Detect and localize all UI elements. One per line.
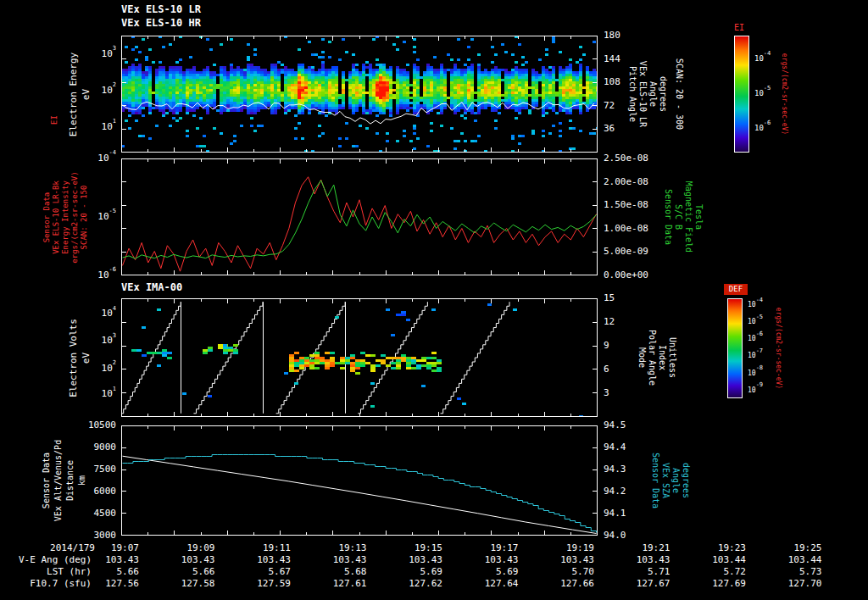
distance-tick-label: 9000 bbox=[81, 442, 116, 453]
pitch-angle-tick-label: 180 bbox=[604, 31, 620, 41]
exponent: -6 bbox=[109, 266, 116, 273]
bfield-tick-label: 0.00e+00 bbox=[604, 270, 648, 281]
distance-axis-label-line: Distance bbox=[65, 417, 75, 544]
exponent: -4 bbox=[764, 50, 771, 57]
distance-tick-label: 3000 bbox=[81, 531, 116, 541]
ancillary-value: 5.69 bbox=[466, 567, 519, 577]
distance-axis-label-line: VEx Alt/Venus/Pd bbox=[53, 417, 64, 544]
ancillary-value: 103.43 bbox=[238, 555, 291, 565]
pitch-angle-axis-label-line: Angle bbox=[648, 31, 658, 158]
def-colorbar-units-label: ergs/(cm2-sr-sec-eV) bbox=[774, 285, 782, 412]
time-tick-label: 19:17 bbox=[466, 543, 519, 553]
ancillary-value: 5.69 bbox=[390, 567, 442, 577]
pitch-angle-tick-label: 108 bbox=[604, 77, 620, 87]
ei-colorbar-tick-label: 10-6 bbox=[754, 124, 771, 133]
exponent: -5 bbox=[756, 314, 763, 320]
ancillary-value: 127.62 bbox=[390, 579, 442, 589]
energy-tick-label: 101 bbox=[82, 121, 116, 132]
sza-tick-label: 94.3 bbox=[604, 464, 626, 475]
ancillary-value: 103.43 bbox=[314, 555, 367, 565]
volts-tick-label: 102 bbox=[82, 363, 116, 374]
exponent: -6 bbox=[756, 331, 763, 337]
ancillary-value: 127.61 bbox=[314, 579, 367, 589]
ancillary-value: 5.68 bbox=[314, 567, 367, 577]
vex-quicklook-page: VEx ELS-10 LR VEx ELS-10 HR VEx IMA-00 E… bbox=[0, 0, 868, 600]
sza-tick-label: 94.5 bbox=[604, 420, 626, 431]
bfield-axis-label-line: Sensor Data bbox=[663, 153, 673, 281]
time-tick-label: 19:11 bbox=[238, 543, 291, 553]
ei-colorbar-title: EI bbox=[734, 23, 744, 32]
exponent: 4 bbox=[113, 305, 116, 312]
ei-colorbar-tick-label: 10-4 bbox=[754, 54, 771, 64]
ancillary-value: 127.59 bbox=[238, 579, 291, 589]
ancillary-row-label: LST (hr) bbox=[3, 567, 92, 577]
exponent: 2 bbox=[113, 81, 116, 88]
mode-tick-label: 6 bbox=[604, 364, 609, 375]
def-colorbar-title: DEF bbox=[724, 284, 748, 295]
distance-tick-label: 7500 bbox=[81, 464, 116, 475]
panel1-title-line1: VEx ELS-10 LR bbox=[121, 4, 201, 15]
panel1-title-line2: VEx ELS-10 HR bbox=[121, 18, 201, 29]
ancillary-value: 127.69 bbox=[693, 579, 746, 589]
distance-tick-label: 6000 bbox=[81, 486, 116, 497]
energy-tick-label: 102 bbox=[82, 85, 116, 96]
ancillary-value: 103.43 bbox=[466, 555, 519, 565]
def-colorbar-tick-label: 10-9 bbox=[748, 386, 763, 395]
distance-tick-label: 4500 bbox=[81, 508, 116, 519]
electron-volts-axis-label: Electron Volts bbox=[68, 294, 79, 421]
ancillary-value: 103.44 bbox=[693, 555, 746, 565]
volts-tick-label: 101 bbox=[82, 388, 116, 399]
ancillary-value: 127.56 bbox=[86, 579, 139, 589]
def-colorbar-tick-label: 10-4 bbox=[748, 301, 763, 309]
intensity-axis-label-line: ergs/(cm2-sr-sec-eV) bbox=[70, 153, 80, 281]
exponent: 2 bbox=[113, 359, 116, 366]
pitch-angle-axis-label-line: VEx ELS-10 LR bbox=[637, 31, 648, 158]
intensity-axis-label-line: VEx ELS-10 LR-Bk bbox=[52, 153, 61, 281]
exponent: 3 bbox=[113, 332, 116, 339]
ancillary-value: 5.73 bbox=[770, 567, 822, 577]
volts-tick-label: 103 bbox=[82, 335, 116, 346]
ancillary-value: 103.43 bbox=[618, 555, 670, 565]
pitch-angle-scan-label: SCAN: 20 - 300 bbox=[674, 31, 684, 158]
mode-axis-label-line: Index bbox=[657, 294, 667, 421]
def-colorbar-tick-label: 10-5 bbox=[748, 318, 763, 326]
ancillary-value: 5.66 bbox=[86, 567, 139, 577]
sza-tick-label: 94.0 bbox=[604, 531, 626, 541]
time-tick-label: 19:09 bbox=[163, 543, 215, 553]
intensity-tick-label: 10-4 bbox=[82, 153, 116, 164]
time-tick-label: 19:23 bbox=[693, 543, 746, 553]
pitch-angle-axis-label-line: Pitch Angle bbox=[627, 31, 637, 158]
distance-tick-label: 10500 bbox=[81, 420, 116, 431]
exponent: 3 bbox=[113, 45, 116, 52]
time-tick-label: 19:25 bbox=[770, 543, 822, 553]
intensity-tick-label: 10-5 bbox=[82, 211, 116, 222]
mode-tick-label: 9 bbox=[604, 341, 609, 351]
panel3-title: VEx IMA-00 bbox=[121, 282, 182, 293]
def-colorbar-tick-label: 10-6 bbox=[748, 335, 763, 343]
def-colorbar bbox=[727, 298, 743, 398]
mode-axis-label-line: Mode bbox=[637, 294, 647, 421]
ancillary-value: 103.43 bbox=[542, 555, 594, 565]
bfield-tick-label: 5.00e-09 bbox=[604, 247, 648, 257]
distance-axis-label-line: km bbox=[77, 417, 87, 544]
exponent: -6 bbox=[764, 119, 771, 126]
pitch-angle-tick-label: 144 bbox=[604, 54, 620, 64]
mode-tick-label: 15 bbox=[604, 293, 615, 303]
bfield-axis-label-line: S/C B bbox=[673, 153, 683, 281]
ei-colorbar bbox=[734, 36, 749, 153]
pitch-angle-tick-label: 36 bbox=[604, 124, 615, 134]
bfield-axis-label-line: Magnetic Field bbox=[683, 153, 693, 281]
time-tick-label: 19:21 bbox=[618, 543, 670, 553]
bfield-axis-label-line: Tesla bbox=[693, 153, 704, 281]
time-tick-label: 19:07 bbox=[86, 543, 139, 553]
ancillary-value: 127.58 bbox=[163, 579, 215, 589]
mode-axis-label-line: Unitless bbox=[667, 294, 677, 421]
mode-tick-label: 3 bbox=[604, 388, 609, 398]
distance-axis-label-line: Sensor Data bbox=[42, 417, 52, 544]
sza-axis-label-line: degrees bbox=[681, 417, 691, 544]
ei-colorbar-tick-label: 10-5 bbox=[754, 89, 771, 98]
ei-colorbar-units-label: ergs/(cm2-sr-sec-eV) bbox=[780, 31, 788, 158]
els-spectrogram-canvas bbox=[121, 36, 598, 153]
exponent: -4 bbox=[756, 297, 763, 303]
bfield-tick-label: 2.50e-08 bbox=[604, 153, 648, 164]
